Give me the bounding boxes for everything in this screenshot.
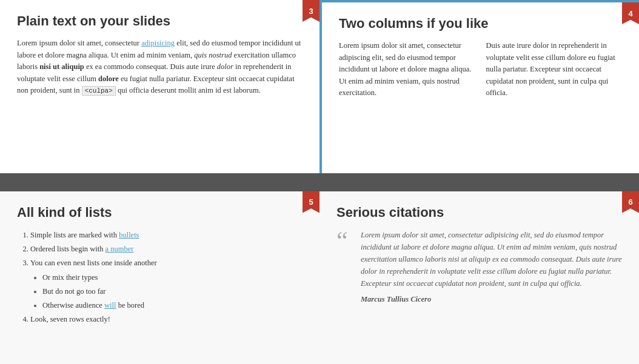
slide-2-col1: Lorem ipsum dolor sit amet, consectetur … bbox=[339, 40, 475, 99]
citation-author: Marcus Tullius Cicero bbox=[361, 293, 622, 305]
citation-text: Lorem ipsum dolor sit amet, consectetur … bbox=[361, 229, 622, 290]
list-item-3: You can even nest lists one inside anoth… bbox=[30, 257, 303, 312]
slide-3: 5 All kind of lists Simple lists are mar… bbox=[0, 191, 319, 365]
slide-3-title: All kind of lists bbox=[17, 205, 303, 220]
bullets-link[interactable]: bullets bbox=[119, 231, 139, 239]
slide-4: 6 Serious citations “ Lorem ipsum dolor … bbox=[319, 191, 639, 365]
slide-1: 3 Plain text on your slides Lorem ipsum … bbox=[0, 0, 319, 173]
citation-block: “ Lorem ipsum dolor sit amet, consectetu… bbox=[336, 229, 622, 305]
slide-2-col2: Duis aute irure dolor in reprehenderit i… bbox=[486, 40, 623, 99]
slide-number-1: 3 bbox=[303, 0, 319, 22]
two-column-layout: Lorem ipsum dolor sit amet, consectetur … bbox=[339, 40, 622, 99]
slide-1-title: Plain text on your slides bbox=[17, 13, 303, 29]
nested-item-2: But do not go too far bbox=[42, 285, 303, 298]
slide-number-3: 5 bbox=[303, 191, 319, 213]
nested-item-1: Or mix their types bbox=[42, 271, 303, 284]
slide-number-4: 6 bbox=[622, 191, 639, 213]
will-link[interactable]: will bbox=[104, 301, 116, 309]
slide-number-2: 4 bbox=[622, 2, 639, 24]
horizontal-divider bbox=[0, 173, 639, 191]
nested-item-3: Otherwise audience will be bored bbox=[42, 299, 303, 312]
nested-list: Or mix their types But do not go too far… bbox=[30, 271, 303, 313]
list-item-4: Look, seven rows exactly! bbox=[30, 313, 303, 326]
list-item-1: Simple lists are marked with bullets bbox=[30, 229, 303, 242]
slide-2: 4 Two columns if you like Lorem ipsum do… bbox=[319, 0, 639, 173]
slide-2-title: Two columns if you like bbox=[339, 16, 622, 31]
slide-1-body: Lorem ipsum dolor sit amet, consectetur … bbox=[17, 38, 303, 96]
list-item-2: Ordered lists begin with a number bbox=[30, 243, 303, 256]
code-culpa: <culpa> bbox=[82, 86, 116, 96]
number-link[interactable]: a number bbox=[105, 245, 134, 253]
slide-3-list: Simple lists are marked with bullets Ord… bbox=[17, 229, 303, 326]
slide-4-title: Serious citations bbox=[336, 205, 622, 220]
quote-mark-icon: “ bbox=[336, 228, 348, 253]
adipisicing-link[interactable]: adipisicing bbox=[141, 39, 175, 47]
